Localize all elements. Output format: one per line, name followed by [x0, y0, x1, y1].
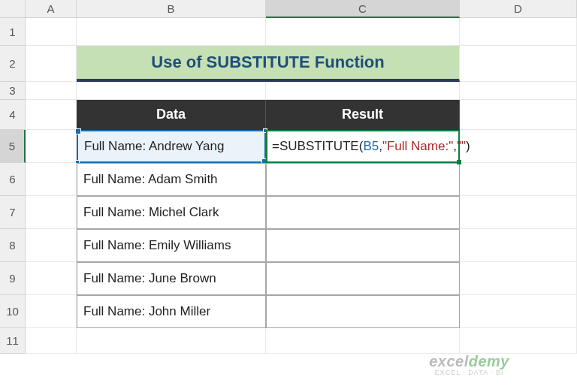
formula-str2: "": [457, 139, 466, 153]
cell-a1[interactable]: [26, 18, 77, 46]
col-header-c[interactable]: C: [266, 0, 460, 18]
row-header-10[interactable]: 10: [0, 295, 26, 328]
watermark: exceldemy EXCEL · DATA · BI: [429, 353, 509, 377]
cell-d2[interactable]: [460, 46, 577, 82]
cell-b11[interactable]: [77, 328, 266, 354]
cell-c5-editing[interactable]: =SUBSTITUTE(B5,"Full Name:",""): [266, 130, 460, 163]
cell-b10[interactable]: Full Name: John Miller: [77, 295, 266, 328]
header-result[interactable]: Result: [266, 100, 460, 130]
formula-text: =SUBSTITUTE(B5,"Full Name:",""): [272, 139, 470, 154]
cell-b7[interactable]: Full Name: Michel Clark: [77, 196, 266, 229]
row-header-3[interactable]: 3: [0, 82, 26, 100]
cell-c9[interactable]: [266, 262, 460, 295]
cell-c1[interactable]: [266, 18, 460, 46]
row-header-5[interactable]: 5: [0, 130, 26, 163]
row-header-4[interactable]: 4: [0, 100, 26, 130]
cell-c3[interactable]: [266, 82, 460, 100]
cell-c8[interactable]: [266, 229, 460, 262]
cell-b5-text: Full Name: Andrew Yang: [84, 139, 224, 154]
row-header-7[interactable]: 7: [0, 196, 26, 229]
cell-b5[interactable]: Full Name: Andrew Yang: [77, 130, 266, 163]
col-header-a[interactable]: A: [26, 0, 77, 18]
cell-c10[interactable]: [266, 295, 460, 328]
cell-d4[interactable]: [460, 100, 577, 130]
cell-b6[interactable]: Full Name: Adam Smith: [77, 163, 266, 196]
cell-d6[interactable]: [460, 163, 577, 196]
cell-a6[interactable]: [26, 163, 77, 196]
row-header-8[interactable]: 8: [0, 229, 26, 262]
cell-a2[interactable]: [26, 46, 77, 82]
cell-a8[interactable]: [26, 229, 77, 262]
row-header-11[interactable]: 11: [0, 328, 26, 354]
cell-d8[interactable]: [460, 229, 577, 262]
cell-d9[interactable]: [460, 262, 577, 295]
col-header-b[interactable]: B: [77, 0, 266, 18]
cell-d3[interactable]: [460, 82, 577, 100]
select-all-corner[interactable]: [0, 0, 26, 18]
header-data[interactable]: Data: [77, 100, 266, 130]
title-cell[interactable]: Use of SUBSTITUTE Function: [77, 46, 460, 82]
watermark-brand-a: excel: [429, 353, 469, 369]
cell-d1[interactable]: [460, 18, 577, 46]
cell-a4[interactable]: [26, 100, 77, 130]
cell-c6[interactable]: [266, 163, 460, 196]
cell-a3[interactable]: [26, 82, 77, 100]
watermark-brand-b: demy: [469, 353, 509, 369]
cell-c11[interactable]: [266, 328, 460, 354]
row-header-6[interactable]: 6: [0, 163, 26, 196]
cell-c7[interactable]: [266, 196, 460, 229]
cell-d5[interactable]: [460, 130, 577, 163]
cell-a11[interactable]: [26, 328, 77, 354]
cell-d7[interactable]: [460, 196, 577, 229]
cell-a9[interactable]: [26, 262, 77, 295]
watermark-tagline: EXCEL · DATA · BI: [429, 369, 509, 377]
row-header-9[interactable]: 9: [0, 262, 26, 295]
formula-str1: "Full Name:": [382, 139, 453, 153]
col-header-d[interactable]: D: [460, 0, 577, 18]
cell-b1[interactable]: [77, 18, 266, 46]
cell-d10[interactable]: [460, 295, 577, 328]
cell-b9[interactable]: Full Name: June Brown: [77, 262, 266, 295]
formula-prefix: =SUBSTITUTE(: [272, 139, 363, 153]
spreadsheet-grid: A B C D 1 2 Use of SUBSTITUTE Function 3…: [0, 0, 577, 354]
row-header-1[interactable]: 1: [0, 18, 26, 46]
cell-d11[interactable]: [460, 328, 577, 354]
cell-a5[interactable]: [26, 130, 77, 163]
cell-b8[interactable]: Full Name: Emily Williams: [77, 229, 266, 262]
cell-a10[interactable]: [26, 295, 77, 328]
row-header-2[interactable]: 2: [0, 46, 26, 82]
cell-b3[interactable]: [77, 82, 266, 100]
formula-suffix: ): [466, 139, 470, 153]
formula-ref: B5: [363, 139, 379, 153]
cell-a7[interactable]: [26, 196, 77, 229]
